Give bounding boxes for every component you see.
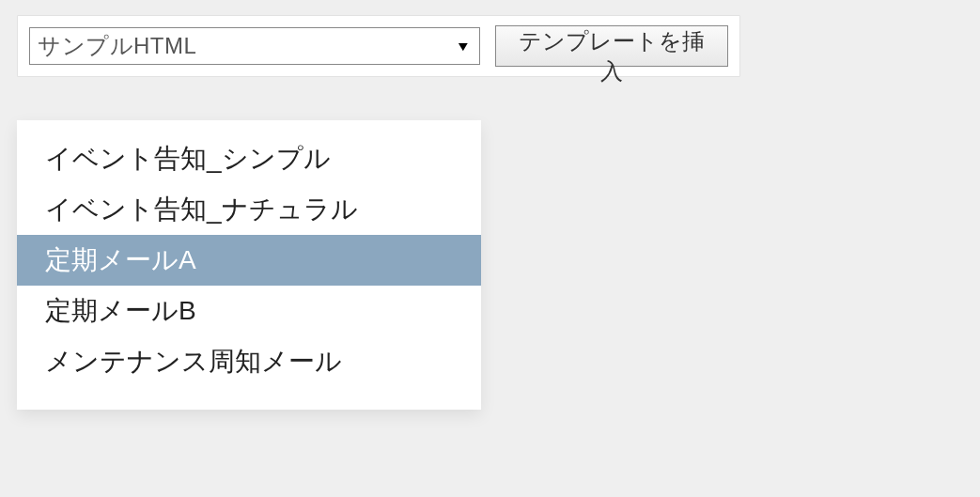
template-select-wrap: サンプルHTML ▼ xyxy=(29,27,480,65)
insert-template-button[interactable]: テンプレートを挿入 xyxy=(495,25,728,67)
template-toolbar: サンプルHTML ▼ テンプレートを挿入 xyxy=(17,15,740,77)
template-select-value: サンプルHTML xyxy=(38,31,196,61)
dropdown-item[interactable]: イベント告知_シンプル xyxy=(17,133,481,184)
dropdown-item[interactable]: メンテナンス周知メール xyxy=(17,336,481,387)
dropdown-item[interactable]: 定期メールB xyxy=(17,286,481,336)
dropdown-item[interactable]: 定期メールA xyxy=(17,235,481,286)
template-dropdown-list: イベント告知_シンプル イベント告知_ナチュラル 定期メールA 定期メールB メ… xyxy=(17,120,481,410)
template-select[interactable]: サンプルHTML ▼ xyxy=(29,27,480,65)
dropdown-item[interactable]: イベント告知_ナチュラル xyxy=(17,184,481,235)
chevron-down-icon: ▼ xyxy=(456,39,472,54)
